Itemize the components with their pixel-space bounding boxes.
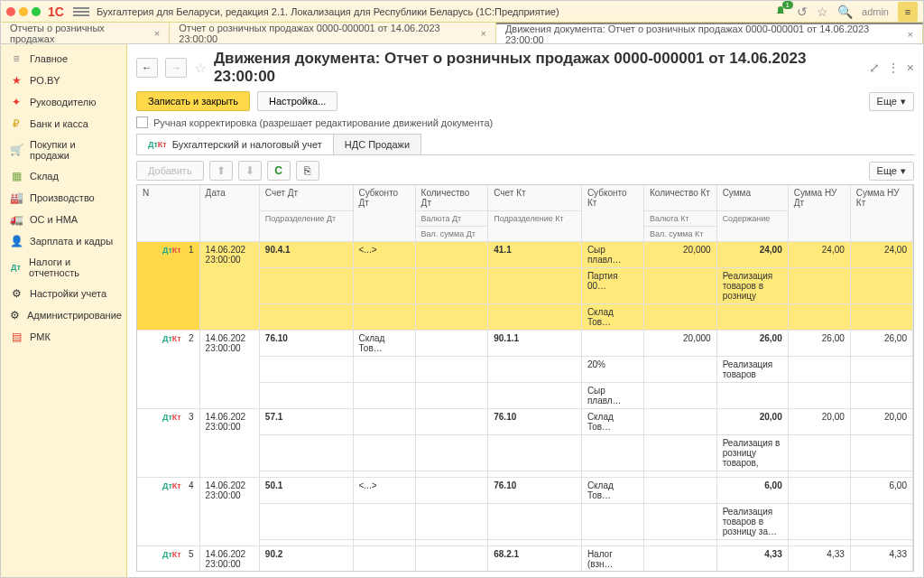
col-cursum-kt[interactable]: Вал. сумма Кт: [644, 227, 717, 242]
close-window-icon[interactable]: [6, 7, 15, 16]
col-nu-kt[interactable]: Сумма НУ Кт: [850, 185, 912, 242]
sidebar-item-sales[interactable]: 🛒Покупки и продажи: [1, 135, 126, 165]
table-row[interactable]: ДтКт 514.06.20223:00:0090.268.2.1Налог (…: [137, 546, 913, 573]
col-sum[interactable]: Сумма: [716, 185, 788, 211]
gear-icon: ⚙: [10, 309, 20, 322]
grid-more-dropdown[interactable]: Еще▾: [869, 162, 914, 181]
sidebar-item-label: Настройки учета: [30, 288, 106, 299]
back-button[interactable]: ←: [136, 58, 158, 78]
page-title: Движения документа: Отчет о розничных пр…: [214, 50, 862, 86]
user-label[interactable]: admin: [862, 6, 889, 17]
add-button: Добавить: [136, 161, 204, 181]
window-controls: [6, 7, 41, 16]
sidebar-item-production[interactable]: 🏭Производство: [1, 187, 126, 209]
dropdown-label: Еще: [877, 165, 897, 176]
sidebar-item-poby[interactable]: ★PO.BY: [1, 70, 126, 91]
tab-accounting[interactable]: ДтКт Бухгалтерский и налоговый учет: [136, 134, 334, 154]
sidebar-item-manager[interactable]: ✦Руководителю: [1, 91, 126, 113]
sidebar-item-label: Налоги и отчетность: [29, 256, 117, 278]
doc-tab-movements[interactable]: Движения документа: Отчет о розничных пр…: [496, 23, 923, 43]
tab-label: Отчеты о розничных продажах: [10, 23, 149, 44]
manual-edit-checkbox[interactable]: [136, 117, 148, 128]
more-dropdown[interactable]: Еще▾: [869, 92, 914, 111]
table-row[interactable]: ДтКт 214.06.20223:00:0076.10Склад Тов…90…: [137, 331, 913, 357]
main-icon: ≡: [10, 52, 23, 65]
notif-badge: 1: [782, 1, 793, 9]
dtkt-icon: Дт: [10, 261, 22, 274]
col-date[interactable]: Дата: [199, 185, 259, 242]
col-dept-dt[interactable]: Подразделение Дт: [259, 211, 353, 242]
manual-edit-row: Ручная корректировка (разрешает редактир…: [136, 117, 914, 128]
col-acc-dt[interactable]: Счет Дт: [259, 185, 353, 211]
gear-icon: ⚙: [10, 287, 23, 300]
maximize-window-icon[interactable]: [32, 7, 41, 16]
col-cur-dt[interactable]: Валюта Дт: [415, 211, 488, 227]
close-panel-icon[interactable]: ×: [907, 61, 914, 75]
table-row[interactable]: ДтКт 314.06.20223:00:0057.176.10Склад То…: [137, 409, 913, 435]
col-desc[interactable]: Содержание: [716, 211, 788, 242]
col-subk-kt[interactable]: Субконто Кт: [581, 185, 643, 242]
export-button[interactable]: ⎘: [296, 161, 319, 181]
col-cursum-dt[interactable]: Вал. сумма Дт: [415, 227, 488, 242]
favorite-toggle-icon[interactable]: ☆: [194, 60, 207, 77]
sidebar-item-rmk[interactable]: ▤РМК: [1, 326, 126, 348]
sidebar-item-assets[interactable]: 🚛ОС и НМА: [1, 209, 126, 230]
col-qty-dt[interactable]: Количество Дт: [415, 185, 488, 211]
tab-label: Бухгалтерский и налоговый учет: [172, 139, 322, 150]
setup-button[interactable]: Настройка...: [257, 91, 337, 111]
sidebar-item-label: Банк и касса: [30, 118, 88, 129]
table-row[interactable]: ДтКт 114.06.20223:00:0090.4.1<...>41.1Сы…: [137, 242, 913, 268]
col-qty-kt[interactable]: Количество Кт: [644, 185, 717, 211]
doc-tab-report-detail[interactable]: Отчет о розничных продажах 0000-000001 о…: [170, 23, 496, 43]
close-icon[interactable]: ×: [908, 29, 913, 40]
sidebar-item-bank[interactable]: ₽Банк и касса: [1, 113, 126, 135]
history-icon[interactable]: ↺: [797, 5, 808, 19]
sidebar-item-warehouse[interactable]: ▦Склад: [1, 165, 126, 187]
col-cur-kt[interactable]: Валюта Кт: [644, 211, 717, 227]
col-dept-kt[interactable]: Подразделение Кт: [488, 211, 582, 242]
sidebar: ≡Главное ★PO.BY ✦Руководителю ₽Банк и ка…: [1, 44, 127, 577]
main-toolbar: Записать и закрыть Настройка... Еще▾: [136, 91, 914, 111]
star-icon: ★: [10, 74, 23, 87]
notifications-button[interactable]: 1: [773, 5, 788, 19]
col-nu-dt[interactable]: Сумма НУ Дт: [788, 185, 850, 242]
sidebar-item-admin[interactable]: ⚙Администрирование: [1, 304, 126, 326]
col-subk-dt[interactable]: Субконто Дт: [353, 185, 415, 242]
sidebar-item-label: Зарплата и кадры: [30, 236, 113, 247]
service-menu-button[interactable]: ≡: [898, 2, 918, 22]
sidebar-item-salary[interactable]: 👤Зарплата и кадры: [1, 230, 126, 252]
col-n[interactable]: N: [137, 185, 199, 242]
refresh-icon: C: [274, 164, 282, 177]
tab-vat[interactable]: НДС Продажи: [333, 134, 421, 154]
sidebar-item-settings[interactable]: ⚙Настройки учета: [1, 283, 126, 304]
close-icon[interactable]: ×: [154, 28, 160, 39]
close-icon[interactable]: ×: [480, 28, 485, 39]
document-tabs: Отчеты о розничных продажах× Отчет о роз…: [1, 23, 923, 44]
favorites-icon[interactable]: ☆: [817, 5, 828, 19]
table-row[interactable]: ДтКт 414.06.20223:00:0050.1<...>76.10Скл…: [137, 478, 913, 504]
move-down-button: ⬇: [238, 161, 262, 181]
sidebar-item-label: PO.BY: [30, 75, 60, 86]
tab-label: Движения документа: Отчет о розничных пр…: [505, 23, 902, 45]
forward-button[interactable]: →: [165, 58, 187, 78]
minimize-window-icon[interactable]: [19, 7, 28, 16]
postings-grid[interactable]: N Дата Счет Дт Субконто Дт Количество Дт…: [136, 184, 914, 572]
grid-toolbar: Добавить ⬆ ⬇ C ⎘ Еще▾: [136, 161, 914, 181]
col-acc-kt[interactable]: Счет Кт: [488, 185, 582, 211]
save-close-button[interactable]: Записать и закрыть: [136, 91, 250, 111]
options-icon[interactable]: ⋮: [887, 61, 900, 75]
sidebar-item-label: Руководителю: [30, 97, 96, 107]
search-icon[interactable]: 🔍: [837, 5, 853, 19]
link-icon[interactable]: ⤢: [869, 61, 880, 75]
sidebar-item-main[interactable]: ≡Главное: [1, 48, 126, 70]
sidebar-item-label: РМК: [30, 331, 51, 342]
factory-icon: 🏭: [10, 191, 23, 204]
refresh-button[interactable]: C: [267, 161, 291, 181]
doc-tab-reports[interactable]: Отчеты о розничных продажах×: [1, 23, 170, 43]
main-menu-button[interactable]: [73, 7, 89, 16]
chevron-down-icon: ▾: [901, 165, 906, 177]
person-icon: 👤: [10, 235, 23, 247]
app-logo-icon: 1C: [48, 5, 64, 19]
sidebar-item-taxes[interactable]: ДтНалоги и отчетность: [1, 252, 126, 283]
move-up-button: ⬆: [209, 161, 233, 181]
